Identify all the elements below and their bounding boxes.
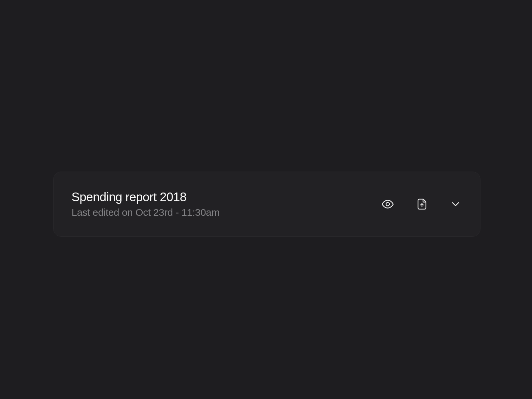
file-upload-icon <box>416 198 428 210</box>
document-text-group: Spending report 2018 Last edited on Oct … <box>71 190 219 218</box>
eye-icon <box>381 198 394 211</box>
document-card: Spending report 2018 Last edited on Oct … <box>53 172 480 237</box>
chevron-down-icon <box>450 198 462 210</box>
view-button[interactable] <box>381 198 394 211</box>
document-actions <box>381 198 462 211</box>
expand-button[interactable] <box>450 198 462 210</box>
upload-button[interactable] <box>416 198 428 210</box>
document-title: Spending report 2018 <box>71 190 219 204</box>
svg-point-0 <box>386 202 389 206</box>
document-subtitle: Last edited on Oct 23rd - 11:30am <box>71 207 219 218</box>
